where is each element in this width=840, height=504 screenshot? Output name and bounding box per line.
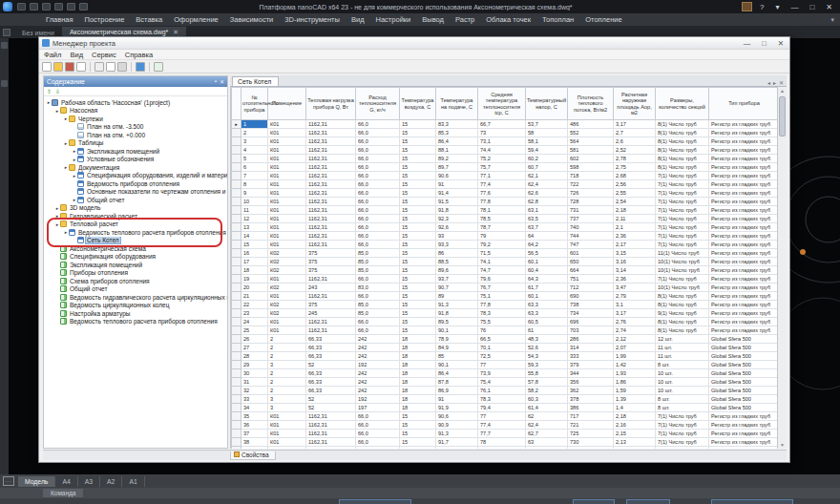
table-row[interactable]: 6К011162,3166,01589,775,760,75982,758(1)… bbox=[232, 163, 778, 172]
ribbon-tab-Вставка[interactable]: Вставка bbox=[130, 15, 168, 24]
table-cell[interactable]: 25 bbox=[242, 326, 268, 335]
table-cell[interactable]: 10 шт. bbox=[656, 369, 709, 378]
table-cell[interactable]: 15 bbox=[400, 284, 436, 292]
table-cell[interactable]: 66,0 bbox=[356, 232, 400, 241]
table-cell[interactable]: 1162,31 bbox=[306, 129, 356, 137]
table-cell[interactable]: 18 bbox=[400, 387, 436, 395]
table-cell[interactable]: К01 bbox=[268, 172, 306, 180]
table-row[interactable]: 30266,332421886,473,955,83441,9310 шт.Gl… bbox=[232, 369, 778, 378]
table-cell[interactable]: 242 bbox=[356, 335, 400, 344]
table-cell[interactable]: 15 bbox=[400, 258, 436, 266]
table-cell[interactable]: К01 bbox=[268, 223, 306, 232]
layout-tab-A1[interactable]: A1 bbox=[122, 476, 144, 487]
table-row[interactable]: 21К011162,3166,0158975,160,16902,798(1) … bbox=[232, 292, 778, 301]
table-cell[interactable]: 93 bbox=[436, 232, 478, 241]
table-cell[interactable]: 2,7 bbox=[614, 129, 656, 137]
table-row[interactable]: 24К011162,3166,01589,575,560,56962,768(1… bbox=[232, 318, 778, 326]
table-cell[interactable]: 6 bbox=[242, 163, 268, 172]
table-cell[interactable]: 1162,31 bbox=[306, 180, 356, 189]
table-cell[interactable]: 85,0 bbox=[356, 309, 400, 318]
table-cell[interactable]: 18 bbox=[400, 361, 436, 369]
table-cell[interactable]: Регистр из гладких труб bbox=[709, 447, 778, 450]
table-cell[interactable]: 8(1) Число труб bbox=[656, 318, 709, 326]
table-cell[interactable]: 77,8 bbox=[478, 301, 526, 309]
row-marker-cell[interactable] bbox=[232, 275, 242, 284]
table-cell[interactable]: 722 bbox=[568, 180, 614, 189]
table-cell[interactable]: 74,7 bbox=[478, 266, 526, 275]
table-cell[interactable]: 15 bbox=[242, 241, 268, 249]
table-cell[interactable]: 726 bbox=[568, 189, 614, 198]
table-cell[interactable]: 66,0 bbox=[356, 189, 400, 198]
table-cell[interactable]: 76,1 bbox=[478, 387, 526, 395]
table-cell[interactable]: 66,0 bbox=[356, 412, 400, 421]
table-cell[interactable]: 66,0 bbox=[356, 241, 400, 249]
table-cell[interactable]: 27 bbox=[242, 344, 268, 352]
table-cell[interactable]: 10(1) Число труб bbox=[656, 258, 709, 266]
table-cell[interactable]: 2,12 bbox=[614, 335, 656, 344]
table-cell[interactable]: 78,3 bbox=[478, 395, 526, 404]
table-cell[interactable]: 197 bbox=[356, 404, 400, 412]
row-marker-cell[interactable] bbox=[232, 447, 242, 450]
table-cell[interactable]: 8 шт. bbox=[656, 404, 709, 412]
table-cell[interactable]: Регистр из гладких труб bbox=[709, 120, 778, 129]
table-cell[interactable]: 1,99 bbox=[614, 352, 656, 361]
table-cell[interactable]: 15 bbox=[400, 155, 436, 163]
table-cell[interactable]: 2,36 bbox=[614, 275, 656, 284]
table-cell[interactable]: 242 bbox=[356, 344, 400, 352]
row-marker-cell[interactable] bbox=[232, 369, 242, 378]
table-cell[interactable]: 54,3 bbox=[526, 352, 568, 361]
table-row[interactable]: ▸1К011162,3166,01583,366,753,74863,178(1… bbox=[232, 120, 778, 129]
table-cell[interactable]: Регистр из гладких труб bbox=[709, 172, 778, 180]
table-cell[interactable]: К02 bbox=[268, 284, 306, 292]
table-cell[interactable]: 2 bbox=[268, 344, 306, 352]
tree-item-план[interactable]: План на отм. +0.000 bbox=[44, 131, 227, 139]
table-cell[interactable]: 74,1 bbox=[478, 258, 526, 266]
table-cell[interactable]: Регистр из гладких труб bbox=[709, 146, 778, 155]
table-cell[interactable]: 690 bbox=[568, 292, 614, 301]
table-cell[interactable]: К01 bbox=[268, 241, 306, 249]
tree-item-условные[interactable]: ▸Условные обозначения bbox=[44, 156, 227, 164]
table-cell[interactable]: 3 bbox=[268, 395, 306, 404]
move-down-icon[interactable]: ⇩ bbox=[55, 88, 60, 94]
table-cell[interactable]: 2 bbox=[268, 387, 306, 395]
table-cell[interactable]: 7(1) Число труб bbox=[656, 189, 709, 198]
table-cell[interactable]: 734 bbox=[568, 309, 614, 318]
table-cell[interactable]: 7(1) Число труб bbox=[656, 447, 709, 450]
table-cell[interactable]: 58,1 bbox=[526, 137, 568, 146]
table-cell[interactable]: 314 bbox=[568, 344, 614, 352]
table-cell[interactable]: Регистр из гладких труб bbox=[709, 180, 778, 189]
tree-item-ведомость[interactable]: Ведомость приборов отопления bbox=[44, 179, 227, 188]
table-cell[interactable]: Global Sfera 500 bbox=[709, 335, 778, 344]
row-marker-cell[interactable] bbox=[232, 301, 242, 309]
table-cell[interactable]: Регистр из гладких труб bbox=[709, 163, 778, 172]
table-cell[interactable]: 17 bbox=[242, 258, 268, 266]
row-marker-cell[interactable] bbox=[232, 284, 242, 292]
table-cell[interactable]: 18 bbox=[400, 378, 436, 387]
tree-item-план[interactable]: План на отм. -3.500 bbox=[44, 123, 227, 132]
window-close-button[interactable]: ✕ bbox=[772, 39, 789, 48]
table-cell[interactable]: Global Sfera 500 bbox=[709, 378, 778, 387]
table-cell[interactable]: 34 bbox=[242, 404, 268, 412]
table-row[interactable]: 2К011162,3166,01585,373585522,78(1) Числ… bbox=[232, 129, 778, 137]
table-cell[interactable]: К01 bbox=[268, 163, 306, 172]
table-cell[interactable]: Регистр из гладких труб bbox=[709, 284, 778, 292]
table-cell[interactable]: 18 bbox=[400, 344, 436, 352]
table-cell[interactable]: 60,5 bbox=[526, 318, 568, 326]
table-cell[interactable]: 66,0 bbox=[356, 198, 400, 206]
table-cell[interactable]: Global Sfera 500 bbox=[709, 352, 778, 361]
table-row[interactable]: 12К011162,3166,01592,378,563,57372,117(1… bbox=[232, 215, 778, 223]
table-cell[interactable]: 60,1 bbox=[526, 258, 568, 266]
tree-item-ведомость[interactable]: ▸Ведомость теплового расчета приборов от… bbox=[44, 228, 227, 237]
table-cell[interactable]: 718 bbox=[568, 172, 614, 180]
table-cell[interactable]: 15 bbox=[400, 249, 436, 258]
table-cell[interactable]: 88,1 bbox=[436, 146, 478, 155]
table-cell[interactable]: 1162,31 bbox=[306, 326, 356, 335]
table-cell[interactable]: 712 bbox=[568, 284, 614, 292]
column-header[interactable]: Средняя температура теплоносителя tср, С bbox=[478, 88, 526, 120]
command-prompt[interactable]: Команда bbox=[43, 489, 83, 497]
row-marker-cell[interactable] bbox=[232, 266, 242, 275]
table-cell[interactable]: 650 bbox=[568, 258, 614, 266]
table-cell[interactable]: 3,17 bbox=[614, 309, 656, 318]
table-cell[interactable]: 1162,31 bbox=[306, 172, 356, 180]
tab-scroll-left-icon[interactable]: ◂ bbox=[767, 79, 770, 86]
